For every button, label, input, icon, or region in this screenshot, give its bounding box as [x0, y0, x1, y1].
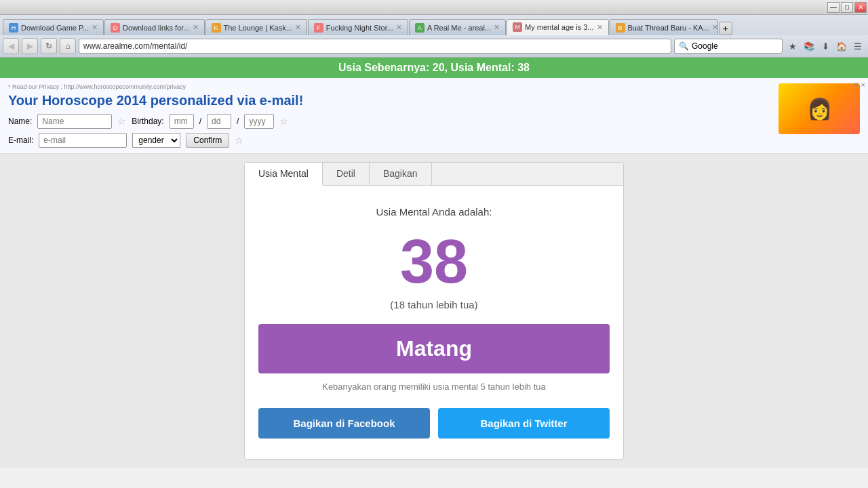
ad-banner: * Read our Privacy : http://www.horoscop…: [0, 78, 868, 154]
tab-close-4[interactable]: ✕: [396, 23, 402, 32]
bookmarks-icon[interactable]: 📚: [802, 39, 816, 54]
tab-label-3: The Lounge | Kask...: [224, 24, 292, 32]
address-bar[interactable]: www.arealme.com/mental/id/: [79, 39, 671, 54]
tab-label-5: A Real Me - areal...: [427, 24, 491, 32]
tab-icon-6: M: [513, 22, 522, 32]
ad-yyyy-input[interactable]: [244, 114, 274, 129]
search-placeholder: Google: [692, 41, 718, 51]
stat-text: Kebanyakan orang memiliki usia mental 5 …: [258, 382, 610, 392]
tab-close-1[interactable]: ✕: [92, 23, 98, 32]
forward-button[interactable]: ▶: [22, 38, 38, 54]
tab-arealme[interactable]: A A Real Me - areal... ✕: [409, 19, 506, 35]
tab-label-6: My mental age is 3...: [525, 23, 594, 31]
tab-bar: H Download Game P... ✕ D Download links …: [0, 15, 868, 35]
tab-icon-3: K: [212, 23, 221, 33]
tab-night-stor[interactable]: F Fucking Night Stor... ✕: [308, 19, 408, 35]
bookmark-star-icon[interactable]: ★: [785, 39, 800, 54]
ad-slash-2: /: [237, 117, 239, 126]
card-body: Usia Mental Anda adalah: 38 (18 tahun le…: [245, 186, 623, 459]
tab-usia-mental-label: Usia Mental: [258, 168, 309, 179]
nav-bar: ◀ ▶ ↻ ⌂ www.arealme.com/mental/id/ 🔍 Goo…: [0, 35, 868, 57]
tab-usia-mental[interactable]: Usia Mental: [245, 163, 323, 186]
browser-chrome: H Download Game P... ✕ D Download links …: [0, 15, 868, 58]
ad-content: * Read our Privacy : http://www.horoscop…: [8, 83, 778, 148]
nav-icons: ★ 📚 ⬇ 🏠 ☰: [785, 39, 865, 54]
tab-mental-age[interactable]: M My mental age is 3... ✕: [507, 19, 609, 35]
card-tabs: Usia Mental Detil Bagikan: [245, 163, 623, 186]
banner-text: Usia Sebenarnya: 20, Usia Mental: 38: [338, 62, 530, 73]
ad-name-input[interactable]: [37, 114, 112, 129]
ad-name-row: Name: ☆ Birthday: / / ☆: [8, 114, 778, 129]
tab-icon-5: A: [415, 23, 425, 33]
tab-icon-4: F: [314, 23, 323, 33]
mental-age-number: 38: [258, 231, 610, 292]
ad-dd-input[interactable]: [207, 114, 231, 129]
mental-age-label: Usia Mental Anda adalah:: [258, 206, 610, 218]
ad-form: Name: ☆ Birthday: / / ☆ E-mail: gender M…: [8, 114, 778, 148]
search-bar[interactable]: 🔍 Google: [674, 39, 783, 54]
ad-image: 👩: [778, 83, 860, 134]
ad-slash-1: /: [199, 117, 201, 126]
close-button[interactable]: ✕: [854, 2, 867, 13]
tab-close-3[interactable]: ✕: [295, 23, 301, 32]
tab-detil[interactable]: Detil: [323, 163, 370, 185]
download-icon[interactable]: ⬇: [818, 39, 833, 54]
ad-confirm-button[interactable]: Confirm: [186, 133, 229, 148]
new-tab-button[interactable]: +: [719, 22, 732, 35]
tab-label-7: Buat Thread Baru - KA...: [628, 24, 709, 32]
ad-birthday-label: Birthday:: [132, 117, 163, 126]
main-content: Usia Mental Detil Bagikan Usia Mental An…: [0, 154, 868, 468]
reload-button[interactable]: ↻: [41, 38, 57, 54]
minimize-button[interactable]: —: [827, 2, 840, 13]
home-button[interactable]: ⌂: [60, 38, 76, 54]
maximize-button[interactable]: □: [841, 2, 853, 13]
ad-email-row: E-mail: gender Male Female Confirm ☆: [8, 133, 778, 148]
ad-star-1: ☆: [117, 116, 126, 127]
share-facebook-button[interactable]: Bagikan di Facebook: [258, 408, 430, 439]
tab-download-links[interactable]: D Download links for... ✕: [104, 19, 204, 35]
tab-download-game[interactable]: H Download Game P... ✕: [3, 19, 104, 35]
ad-star-2: ☆: [279, 116, 288, 127]
share-twitter-button[interactable]: Bagikan di Twitter: [438, 408, 610, 439]
result-card: Usia Mental Detil Bagikan Usia Mental An…: [244, 162, 624, 460]
green-banner: Usia Sebenarnya: 20, Usia Mental: 38: [0, 58, 868, 78]
tab-icon-1: H: [9, 23, 18, 33]
ad-email-label: E-mail:: [8, 136, 33, 145]
tab-lounge[interactable]: K The Lounge | Kask... ✕: [205, 19, 307, 35]
url-text: www.arealme.com/mental/id/: [83, 41, 187, 51]
tab-close-5[interactable]: ✕: [494, 23, 500, 32]
tab-label-1: Download Game P...: [21, 24, 89, 32]
home-nav-icon[interactable]: 🏠: [834, 39, 849, 54]
ad-email-input[interactable]: [39, 133, 127, 148]
tab-icon-2: D: [111, 23, 120, 33]
ad-gender-select[interactable]: gender Male Female: [132, 133, 180, 148]
tab-detil-label: Detil: [336, 168, 355, 179]
menu-icon[interactable]: ☰: [850, 39, 865, 54]
title-bar: — □ ✕: [0, 0, 868, 15]
tab-bagikan[interactable]: Bagikan: [370, 163, 432, 185]
matang-banner: Matang: [258, 324, 610, 373]
tab-close-6[interactable]: ✕: [597, 23, 603, 32]
tab-label-2: Download links for...: [123, 24, 189, 32]
share-buttons: Bagikan di Facebook Bagikan di Twitter: [258, 408, 610, 439]
tab-close-2[interactable]: ✕: [193, 23, 199, 32]
ad-close-button[interactable]: ✕ ×: [853, 81, 865, 89]
tab-icon-7: B: [616, 23, 625, 33]
mental-age-subtitle: (18 tahun lebih tua): [258, 299, 610, 310]
ad-mm-input[interactable]: [170, 114, 194, 129]
tab-close-7[interactable]: ✕: [712, 23, 718, 32]
ad-privacy-text: * Read our Privacy : http://www.horoscop…: [8, 83, 778, 90]
ad-title: Your Horoscope 2014 personalized via e-m…: [8, 93, 778, 108]
tab-bagikan-label: Bagikan: [383, 168, 418, 179]
back-button[interactable]: ◀: [3, 38, 19, 54]
tab-buat-thread[interactable]: B Buat Thread Baru - KA... ✕: [610, 19, 718, 35]
search-engine-icon: 🔍: [679, 41, 689, 51]
ad-star-3: ☆: [235, 135, 243, 146]
ad-name-label: Name:: [8, 117, 32, 126]
tab-label-4: Fucking Night Stor...: [326, 24, 393, 32]
